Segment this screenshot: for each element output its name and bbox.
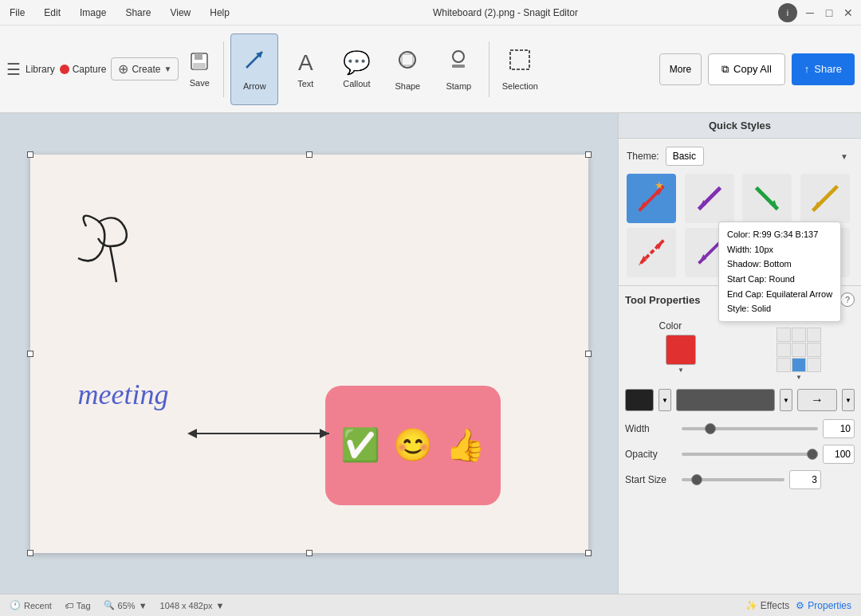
zoom-control[interactable]: 🔍 65% ▼ <box>104 600 147 610</box>
opacity-slider[interactable] <box>682 453 818 456</box>
shadow-cell-mc[interactable] <box>792 343 806 357</box>
stamp-label: Stamp <box>446 81 471 91</box>
smiley-emoji: 😊 <box>393 426 433 464</box>
menu-image[interactable]: Image <box>77 6 109 20</box>
shadow-cell-bl[interactable] <box>776 358 791 372</box>
shadow-cell-tl[interactable] <box>776 328 791 342</box>
width-slider[interactable] <box>682 427 818 430</box>
style-item-2[interactable] <box>685 174 734 223</box>
theme-row: Theme: Basic <box>627 147 853 166</box>
menu-toggle-button[interactable]: ☰ <box>6 60 21 79</box>
handle-middle-right[interactable] <box>585 351 592 357</box>
menu-view[interactable]: View <box>167 6 194 20</box>
shadow-dropdown-arrow[interactable]: ▼ <box>796 374 802 381</box>
minimize-button[interactable]: ─ <box>804 6 816 19</box>
line-style-button[interactable] <box>676 389 775 411</box>
window-controls[interactable]: ─ □ ✕ <box>804 6 855 19</box>
main-area: meeting ✅ 😊 👍 <box>0 113 861 594</box>
more-button[interactable]: More <box>659 53 702 85</box>
right-panel: Quick Styles Theme: Basic <box>618 113 861 594</box>
zoom-dropdown-arrow[interactable]: ▼ <box>139 601 147 610</box>
library-button[interactable]: Library <box>26 64 55 75</box>
tooltip-style: Style: Solid <box>727 301 832 316</box>
line-color-dropdown[interactable]: ▼ <box>659 389 671 411</box>
recent-button[interactable]: 🕐 Recent <box>10 600 52 610</box>
selection-tool-button[interactable]: Selection <box>496 33 544 105</box>
arrow-tool-button[interactable]: Arrow <box>230 33 278 105</box>
handwriting-gp <box>54 194 158 298</box>
save-label: Save <box>190 78 210 88</box>
svg-text:★: ★ <box>655 179 664 191</box>
width-value[interactable] <box>823 419 855 438</box>
shape-tool-button[interactable]: Shape <box>383 33 431 105</box>
style-item-5[interactable] <box>627 228 676 277</box>
arrow-end-button[interactable]: → <box>797 389 837 411</box>
copy-all-label: Copy All <box>733 63 772 75</box>
theme-select[interactable]: Basic <box>666 147 704 166</box>
start-size-value[interactable] <box>789 470 821 489</box>
text-tool-button[interactable]: A Text <box>281 33 329 105</box>
start-size-slider[interactable] <box>682 478 784 481</box>
menu-help[interactable]: Help <box>206 6 233 20</box>
style-item-4[interactable] <box>800 174 850 223</box>
save-icon <box>188 50 210 75</box>
callout-tool-button[interactable]: 💬 Callout <box>332 33 380 105</box>
create-button[interactable]: ⊕ Create ▼ <box>111 57 179 80</box>
help-button[interactable]: ? <box>840 292 855 307</box>
line-color-button[interactable] <box>625 389 654 411</box>
menu-file[interactable]: File <box>6 6 28 20</box>
share-button[interactable]: ↑ Share <box>792 53 855 85</box>
checkmark-emoji: ✅ <box>340 426 380 464</box>
zoom-value[interactable]: 65% <box>118 601 136 610</box>
info-button[interactable]: i <box>778 3 797 22</box>
tooltip-color: Color: R:99 G:34 B:137 <box>727 227 832 242</box>
effects-button[interactable]: ✨ Effects <box>745 600 789 611</box>
style-item-3[interactable] <box>742 174 792 223</box>
properties-button[interactable]: ⚙ Properties <box>796 600 851 611</box>
styles-grid: ★ <box>627 174 853 277</box>
color-dropdown-arrow[interactable]: ▼ <box>678 367 684 374</box>
svg-rect-9 <box>510 50 529 69</box>
shadow-cell-tr[interactable] <box>807 328 821 342</box>
menu-edit[interactable]: Edit <box>41 6 64 20</box>
dimensions-value: 1048 x 482px <box>160 601 213 610</box>
tag-button[interactable]: 🏷 Tag <box>65 601 91 610</box>
stamp-tool-button[interactable]: Stamp <box>434 33 482 105</box>
handle-top-middle[interactable] <box>306 151 313 158</box>
style-item-1[interactable]: ★ <box>627 174 676 223</box>
window-title: Whiteboard (2).png - Snagit Editor <box>233 7 778 18</box>
shadow-cell-br[interactable] <box>807 358 821 372</box>
shadow-cell-mr[interactable] <box>807 343 821 357</box>
save-button[interactable]: Save <box>188 50 210 88</box>
dimensions-dropdown[interactable]: ▼ <box>216 601 225 610</box>
opacity-value[interactable] <box>823 445 855 464</box>
menu-bar[interactable]: File Edit Image Share View Help <box>6 6 233 20</box>
shadow-cell-ml[interactable] <box>776 343 791 357</box>
line-style-dropdown[interactable]: ▼ <box>780 389 792 411</box>
handle-bottom-left[interactable] <box>27 550 33 556</box>
color-swatch[interactable] <box>666 335 696 365</box>
capture-label: Capture <box>73 64 107 75</box>
theme-label: Theme: <box>627 151 659 162</box>
status-bar-left: 🕐 Recent 🏷 Tag <box>10 600 91 610</box>
arrow-end-dropdown[interactable]: ▼ <box>842 389 855 411</box>
shadow-cell-bc[interactable] <box>792 358 806 372</box>
toolbar-separator-1 <box>223 41 224 97</box>
tooltip-shadow: Shadow: Bottom <box>727 257 832 272</box>
canvas-area[interactable]: meeting ✅ 😊 👍 <box>0 113 618 594</box>
handle-bottom-middle[interactable] <box>306 550 313 556</box>
capture-button[interactable]: Capture <box>60 64 107 75</box>
menu-share[interactable]: Share <box>122 6 154 20</box>
tooltip-width: Width: 10px <box>727 242 832 257</box>
shape-icon <box>395 47 420 78</box>
close-button[interactable]: ✕ <box>842 6 855 19</box>
maximize-button[interactable]: □ <box>823 6 835 19</box>
copy-all-button[interactable]: ⧉ Copy All <box>708 53 785 85</box>
handle-top-left[interactable] <box>27 151 33 158</box>
handle-middle-left[interactable] <box>27 351 33 357</box>
arrow-label: Arrow <box>243 81 266 91</box>
shadow-cell-tc[interactable] <box>792 328 806 342</box>
recent-label: Recent <box>24 601 52 610</box>
handle-top-right[interactable] <box>585 151 592 158</box>
handle-bottom-right[interactable] <box>585 550 592 556</box>
